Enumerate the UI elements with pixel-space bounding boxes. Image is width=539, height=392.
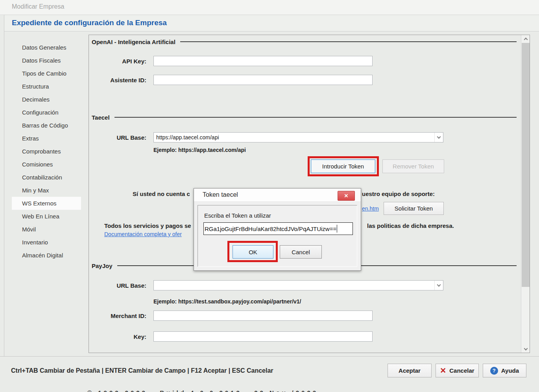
taecel-support-text-left: Sí usted no cuenta c xyxy=(133,190,190,197)
chevron-down-icon[interactable] xyxy=(434,281,443,290)
text-caret xyxy=(337,225,337,233)
sidebar-item-web-en-linea[interactable]: Web En Línea xyxy=(12,210,81,223)
token-input-value: RGa1joGujtFrBdHu/aKar82htcdJVo/PqAJTUizw… xyxy=(205,226,336,232)
red-x-icon: ✕ xyxy=(440,367,446,374)
cancelar-button[interactable]: ✕ Cancelar xyxy=(436,364,479,377)
scroll-down-button[interactable] xyxy=(521,346,530,353)
left-divider xyxy=(4,15,4,357)
payjoy-url-base-combo[interactable] xyxy=(153,280,443,290)
aceptar-label: Aceptar xyxy=(399,367,421,374)
keyboard-shortcuts-text: Ctrl+TAB Cambiar de Pestaña | ENTER Camb… xyxy=(11,367,273,374)
asistente-id-label: Asistente ID: xyxy=(87,77,146,83)
page-title: Expediente de configuración de la Empres… xyxy=(12,18,167,27)
sidebar-item-contabilizacion[interactable]: Contabilización xyxy=(12,171,81,184)
api-key-input[interactable] xyxy=(153,56,373,66)
scroll-up-button[interactable] xyxy=(521,35,530,42)
help-icon: ? xyxy=(490,367,498,375)
sidebar-item-tipos-de-cambio[interactable]: Tipos de Cambio xyxy=(12,67,81,80)
sidebar-item-ws-externos[interactable]: WS Externos xyxy=(12,197,81,210)
sidebar-item-min-y-max[interactable]: Min y Max xyxy=(12,184,81,197)
footer-divider xyxy=(0,356,539,357)
token-input[interactable]: RGa1joGujtFrBdHu/aKar82htcdJVo/PqAJTUizw… xyxy=(203,222,353,235)
sidebar-item-almacen-digital[interactable]: Almacén Digital xyxy=(12,249,81,262)
section-taecel: Taecel xyxy=(92,114,517,121)
sidebar-item-inventario[interactable]: Inventario xyxy=(12,236,81,249)
window-title: Modificar Empresa xyxy=(12,3,64,10)
sidebar-item-decimales[interactable]: Decimales xyxy=(12,93,81,106)
taecel-token-link[interactable]: en.htm xyxy=(362,205,379,212)
payjoy-key-label: Key: xyxy=(87,333,146,340)
merchant-id-input[interactable] xyxy=(153,311,373,321)
dialog-titlebar: Token taecel ✕ xyxy=(194,189,361,202)
sidebar-item-comprobantes[interactable]: Comprobantes xyxy=(12,145,81,158)
chevron-down-icon xyxy=(524,347,528,351)
cancel-button[interactable]: Cancel xyxy=(280,245,322,259)
taecel-url-base-label: URL Base: xyxy=(87,134,146,141)
payjoy-url-base-label: URL Base: xyxy=(87,282,146,289)
sidebar-item-datos-generales[interactable]: Datos Generales xyxy=(12,41,81,54)
sidebar-item-configuracion[interactable]: Configuración xyxy=(12,106,81,119)
documentacion-link[interactable]: Documentación completa y ofer xyxy=(104,231,182,237)
close-icon[interactable]: ✕ xyxy=(338,191,355,201)
merchant-id-label: Merchant ID: xyxy=(87,312,146,319)
section-openai-title: OpenAI - Inteligencia Artificial xyxy=(92,39,175,45)
sidebar-item-comisiones[interactable]: Comisiones xyxy=(12,158,81,171)
section-taecel-rule xyxy=(114,117,517,118)
cancelar-label: Cancelar xyxy=(449,367,474,374)
api-key-label: API Key: xyxy=(87,58,146,65)
ayuda-label: Ayuda xyxy=(501,367,519,374)
taecel-support-text-right: uestro equipo de soporte: xyxy=(362,190,435,197)
token-prompt-label: Escriba el Token a utilizar xyxy=(204,212,271,219)
section-payjoy-title: PayJoy xyxy=(92,263,113,269)
window-titlebar: Modificar Empresa xyxy=(0,0,539,15)
section-taecel-title: Taecel xyxy=(92,114,110,121)
taecel-services-text-right: las politicas de dicha empresa. xyxy=(367,222,454,229)
taecel-services-text-left: Todos los servicios y pagos se xyxy=(104,222,191,229)
section-openai: OpenAI - Inteligencia Artificial xyxy=(92,38,517,45)
asistente-id-input[interactable] xyxy=(153,75,373,85)
chevron-down-icon[interactable] xyxy=(434,133,443,142)
dialog-title: Token taecel xyxy=(203,191,238,198)
modificar-empresa-window: Modificar Empresa Expediente de configur… xyxy=(0,0,539,392)
vertical-scrollbar[interactable] xyxy=(521,35,530,353)
payjoy-ejemplo-text: Ejemplo: https://test.sandbox.payjoy.com… xyxy=(153,298,301,305)
sidebar-item-datos-fiscales[interactable]: Datos Fiscales xyxy=(12,54,81,67)
remover-token-button[interactable]: Remover Token xyxy=(382,159,444,173)
introducir-token-button[interactable]: Introducir Token xyxy=(311,159,375,173)
taecel-url-base-combo[interactable]: https://app.taecel.com/api xyxy=(153,132,443,142)
solicitar-token-button[interactable]: Solicitar Token xyxy=(384,202,444,215)
chevron-up-icon xyxy=(524,37,528,41)
aceptar-button[interactable]: Aceptar xyxy=(388,364,432,377)
payjoy-key-input[interactable] xyxy=(153,331,373,342)
scrollbar-thumb[interactable] xyxy=(522,43,530,287)
sidebar-item-extras[interactable]: Extras xyxy=(12,132,81,145)
clipped-copyright-text: © 1993-2023 - Build 4.0.0.2013 - 22 Nov … xyxy=(87,389,473,392)
settings-sidebar: Datos Generales Datos Fiscales Tipos de … xyxy=(12,41,81,262)
sidebar-item-movil[interactable]: Móvil xyxy=(12,223,81,236)
section-openai-rule xyxy=(180,41,517,42)
taecel-url-base-value: https://app.taecel.com/api xyxy=(156,134,219,141)
sidebar-item-estructura[interactable]: Estructura xyxy=(12,80,81,93)
ayuda-button[interactable]: ? Ayuda xyxy=(483,364,526,377)
highlight-box-ok xyxy=(227,241,278,262)
page-header-bar: Expediente de configuración de la Empres… xyxy=(4,15,539,31)
sidebar-item-barras-de-codigo[interactable]: Barras de Código xyxy=(12,119,81,132)
taecel-ejemplo-text: Ejemplo: https://app.taecel.com/api xyxy=(153,147,246,153)
